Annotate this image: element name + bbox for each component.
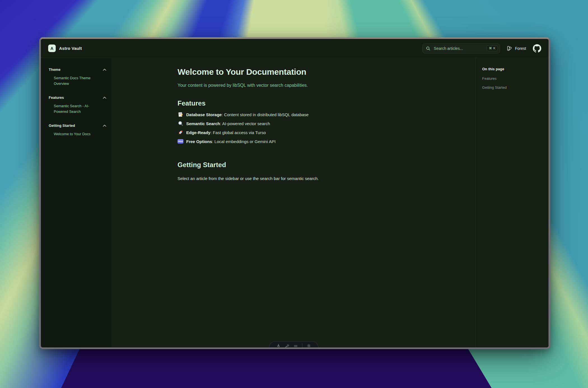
sidebar-section-links: Semantic Docs Theme Overview [49,75,106,87]
logo-letter: A [50,46,53,51]
chevron-up-icon [103,97,106,99]
sidebar-section-theme: Theme Semantic Docs Theme Overview [49,67,106,87]
feature-text: Free Options: Local embeddings or Gemini… [186,139,276,144]
sidebar-section-links: Semantic Search - AI-Powered Search [49,103,106,114]
feature-item-database-storage: Database Storage: Content stored in dist… [178,110,410,119]
feature-item-semantic-search: Semantic Search: AI-powered vector searc… [178,119,410,128]
search-box[interactable]: ⌘ K [422,43,500,53]
toc-link-features[interactable]: Features [482,76,542,81]
sidebar-section-getting-started: Getting Started Welcome to Your Docs [49,123,106,137]
gear-icon[interactable] [307,343,311,348]
rocket-icon [178,130,183,135]
brand-home-link[interactable]: A Astro Vault [48,45,82,52]
theme-name-label: Forest [515,46,526,51]
article: Welcome to Your Documentation Your conte… [178,58,410,182]
on-this-page-links: Features Getting Started [482,76,542,90]
features-heading: Features [178,99,410,108]
magnifier-icon [178,121,183,127]
theme-swatch-icon [507,46,512,51]
sidebar-section-getting-started-toggle[interactable]: Getting Started [49,123,106,128]
devbar-separator [302,343,302,349]
sidebar-section-links: Welcome to Your Docs [49,131,106,137]
feature-text: Database Storage: Content stored in dist… [186,112,309,117]
toc-link-getting-started[interactable]: Getting Started [482,85,542,90]
sidebar-section-theme-toggle[interactable]: Theme [49,67,106,72]
page-title: Welcome to Your Documentation [178,66,410,78]
search-shortcut-badge: ⌘ K [487,45,498,51]
app-body: Theme Semantic Docs Theme Overview Featu… [41,58,549,347]
getting-started-heading: Getting Started [178,160,410,169]
github-link[interactable] [533,44,541,53]
memo-icon [178,112,183,118]
on-this-page-title: On this page [482,67,542,71]
chevron-up-icon [103,125,106,127]
page-intro: Your content is powered by libSQL with v… [178,82,410,89]
site-header: A Astro Vault ⌘ K Forest [41,39,549,58]
sidebar-section-label: Getting Started [49,123,75,128]
sidebar-item-welcome-to-your-docs[interactable]: Welcome to Your Docs [49,131,96,137]
free-icon: FREE [178,139,183,144]
sidebar-section-label: Features [49,95,64,100]
sidebar-section-label: Theme [49,67,60,72]
site-title: Astro Vault [59,46,82,51]
sidebar-section-features: Features Semantic Search - AI-Powered Se… [49,95,106,114]
header-actions: ⌘ K Forest [422,43,541,53]
app-window: A Astro Vault ⌘ K Forest [39,37,550,349]
sidebar-item-semantic-docs-theme-overview[interactable]: Semantic Docs Theme Overview [49,75,96,87]
feature-text: Semantic Search: AI-powered vector searc… [186,121,270,126]
getting-started-text: Select an article from the sidebar or us… [178,176,410,182]
feature-item-free-options: FREE Free Options: Local embeddings or G… [178,137,410,146]
features-list: Database Storage: Content stored in dist… [178,110,410,146]
astro-vault-logo: A [48,45,56,52]
on-this-page-panel: On this page Features Getting Started [476,58,549,347]
main-content: Welcome to Your Documentation Your conte… [112,58,476,347]
feature-text: Edge-Ready: Fast global access via Turso [186,130,266,135]
search-input[interactable] [433,46,484,51]
github-icon [533,44,541,53]
astro-logo-icon[interactable] [276,343,281,348]
sidebar-item-semantic-search[interactable]: Semantic Search - AI-Powered Search [49,103,96,114]
theme-picker-button[interactable]: Forest [507,46,526,51]
docs-sidebar: Theme Semantic Docs Theme Overview Featu… [41,58,112,347]
feature-item-edge-ready: Edge-Ready: Fast global access via Turso [178,128,410,137]
audit-rocket-icon[interactable] [285,343,289,348]
menu-icon[interactable] [293,343,298,348]
chevron-up-icon [103,69,106,71]
astro-dev-toolbar [269,341,318,349]
sidebar-section-features-toggle[interactable]: Features [49,95,106,100]
search-icon [426,46,430,51]
